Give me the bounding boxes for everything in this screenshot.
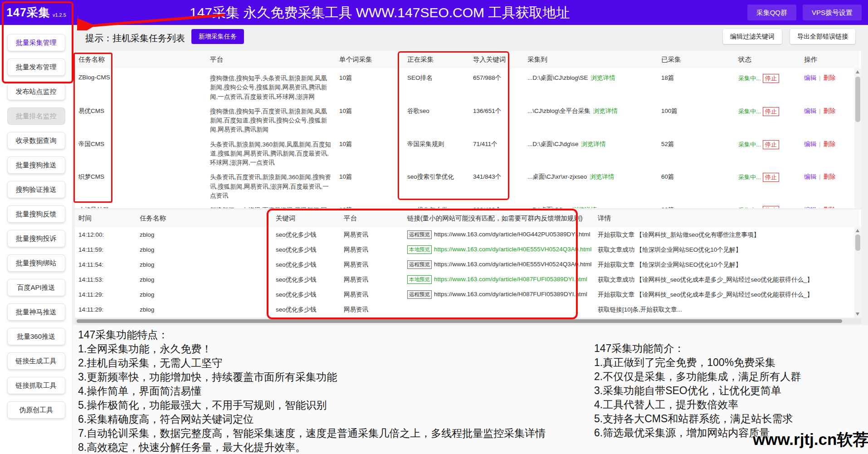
sidebar-item-publish-site-monitor[interactable]: 发布站点监控 — [7, 83, 65, 100]
sidebar-item-index-data-query[interactable]: 收录数据查询 — [7, 132, 65, 149]
log-detail: 开始获取文章 【诠网科技_新站做seo优化有哪些注意事项】 — [594, 227, 859, 242]
scroll-up-icon[interactable] — [856, 229, 859, 232]
table-row: ZBlog-CMS 搜狗微信,搜狗知乎,头条资讯,新浪新闻,凤凰新闻,搜狗公众号… — [75, 68, 859, 102]
edit-link[interactable]: 编辑 — [804, 206, 816, 208]
scrollbar-thumb[interactable] — [855, 234, 860, 251]
new-task-button[interactable]: 新增采集任务 — [191, 29, 244, 44]
collecting-keyword: SEO排名 — [404, 68, 469, 102]
feature-item: 2.挂机自动采集，无需人工坚守 — [78, 356, 546, 370]
feature-item: 1.全网采集功能，永久免费！ — [78, 342, 546, 356]
intro-item: 5.支持各大CMS和站群系统，满足站长需求 — [594, 412, 801, 426]
status-badge: 采集中... — [738, 75, 761, 82]
delete-link[interactable]: 删除 — [824, 141, 836, 147]
log-keyword: seo优化多少钱 — [272, 302, 340, 317]
view-details-link[interactable]: 浏览详情 — [591, 74, 615, 81]
stop-button[interactable]: 停止 — [763, 173, 779, 182]
keyword-progress: 71/411个 — [469, 135, 524, 168]
stop-button[interactable]: 停止 — [763, 74, 779, 83]
sidebar-item-link-grab-tool[interactable]: 链接抓取工具 — [7, 377, 65, 394]
remote-preview-button[interactable]: 远程预览 — [407, 260, 432, 269]
sidebar-item-batch-publish-manage[interactable]: 批量发布管理 — [7, 59, 65, 76]
sidebar: 批量采集管理 批量发布管理 发布站点监控 批量排名监控 收录数据查询 批量搜狗推… — [0, 25, 73, 454]
task-name: 小旋风站群 — [75, 200, 206, 208]
edit-link[interactable]: 编辑 — [804, 173, 816, 180]
sidebar-item-link-generate-tool[interactable]: 链接生成工具 — [7, 352, 65, 370]
sidebar-item-baidu-api-push[interactable]: 百度API推送 — [7, 279, 65, 296]
sidebar-item-batch-sogou-bind-site[interactable]: 批量搜狗绑站 — [7, 254, 65, 272]
scrollbar-thumb[interactable] — [855, 77, 860, 122]
status-badge: 采集中... — [738, 108, 761, 115]
tables-area: 任务名称 平台 单个词采集 正在采集 导入关键词 采集到 已采集 状态 操作 Z… — [75, 51, 861, 324]
per-word-count: 10篇 — [336, 135, 404, 168]
view-details-link[interactable]: 浏览详情 — [581, 141, 606, 147]
col-keyword: 关键词 — [272, 210, 340, 227]
col-platform: 平台 — [206, 51, 336, 68]
local-preview-button[interactable]: 本地预览 — [407, 245, 432, 254]
vps-dial-settings-button[interactable]: VPS拨号设置 — [803, 5, 862, 20]
scroll-up-icon[interactable] — [856, 70, 859, 73]
local-preview-button[interactable]: 本地预览 — [407, 275, 432, 284]
feature-item: 3.更新频率快，功能增加快，持续覆盖市面所有采集功能 — [78, 370, 546, 384]
article-url[interactable]: https://www.163.com/dy/article/H087FUFI0… — [434, 276, 587, 283]
sidebar-item-batch-sogou-feedback[interactable]: 批量搜狗反馈 — [7, 205, 65, 223]
horizontal-scrollbar-thumb[interactable] — [77, 319, 842, 323]
platform-list: 头条资讯,新浪新闻,360新闻,凤凰新闻,百度知道,搜狐新闻,网易资讯,腾讯新闻… — [210, 140, 332, 168]
log-table-scrollbar[interactable] — [854, 227, 861, 317]
feature-item: 6.采集精确度高，符合网站关键词定位 — [78, 412, 546, 426]
edit-link[interactable]: 编辑 — [804, 141, 816, 147]
edit-link[interactable]: 编辑 — [804, 74, 816, 81]
article-url[interactable]: https://www.163.com/dy/article/H0G442PU0… — [434, 231, 590, 238]
platform-list: 新浪新闻,一点资讯,百度最资讯,腾讯新闻,网易资讯,搜狗公众号,搜狗资讯,百度知… — [210, 206, 332, 208]
view-details-link[interactable]: 浏览详情 — [593, 107, 618, 114]
log-time: 14:11:29: — [75, 287, 136, 302]
edit-filter-keywords-button[interactable]: 编辑过滤关键词 — [723, 29, 782, 44]
feature-item: 4.操作简单，界面简洁易懂 — [78, 384, 546, 398]
remote-preview-button[interactable]: 远程预览 — [407, 290, 432, 299]
sidebar-item-batch-sogou-complaint[interactable]: 批量搜狗投诉 — [7, 230, 65, 247]
delete-link[interactable]: 删除 — [824, 107, 836, 114]
status-badge: 采集中... — [738, 174, 761, 181]
article-url[interactable]: https://www.163.com/dy/article/H0E555VH0… — [434, 246, 591, 253]
edit-link[interactable]: 编辑 — [804, 107, 816, 114]
per-word-count: 10篇 — [336, 102, 404, 135]
stop-button[interactable]: 停止 — [763, 107, 779, 116]
col-task-name: 任务名称 — [136, 210, 272, 227]
feature-item: 7.自动轮训采集，数据完整度高，智能采集速度，速度是普通采集几倍之上，多线程批量… — [78, 426, 546, 440]
per-word-count: 10篇 — [336, 68, 404, 102]
sidebar-item-sogou-verify-push[interactable]: 搜狗验证推送 — [7, 181, 65, 198]
keyword-progress: 283/439个 — [469, 200, 524, 208]
collected-count: 18篇 — [658, 68, 735, 102]
sidebar-item-batch-shenma-push[interactable]: 批量神马推送 — [7, 303, 65, 321]
log-detail: 获取链接[10]条,开始获取文章... — [594, 302, 859, 317]
stop-button[interactable]: 停止 — [763, 140, 779, 149]
delete-link[interactable]: 删除 — [824, 74, 836, 81]
collecting-keyword: seo搜索引擎优化 — [404, 167, 469, 200]
action-separator: | — [819, 173, 821, 180]
scroll-down-icon[interactable] — [856, 312, 859, 316]
sidebar-item-batch-collect-manage[interactable]: 批量采集管理 — [7, 34, 65, 51]
table-row: 小旋风站群 新浪新闻,一点资讯,百度最资讯,腾讯新闻,网易资讯,搜狗公众号,搜狗… — [75, 200, 859, 208]
article-url[interactable]: https://www.163.com/dy/article/H087FUFI0… — [434, 291, 587, 298]
sidebar-item-batch-sogou-push[interactable]: 批量搜狗推送 — [7, 156, 65, 174]
keyword-progress: 136/651个 — [469, 102, 524, 135]
sidebar-item-pseudo-original-tool[interactable]: 伪原创工具 — [7, 401, 65, 419]
article-url[interactable]: https://www.163.com/dy/article/H0E555VH0… — [434, 261, 591, 268]
sidebar-item-batch-360-push[interactable]: 批量360推送 — [7, 328, 65, 345]
log-keyword: seo优化多少钱 — [272, 257, 340, 272]
view-details-link[interactable]: 浏览详情 — [572, 206, 597, 208]
task-table-scrollbar[interactable] — [854, 68, 861, 208]
log-detail: 获取文章成功 【诠网科技_seo优化成本是多少_网站经过seo优化能获得什么_】 — [594, 272, 859, 287]
log-time: 14:11:53: — [75, 272, 136, 287]
remote-preview-button[interactable]: 远程预览 — [407, 230, 432, 239]
qq-group-button[interactable]: 采集QQ群 — [747, 5, 796, 20]
export-error-links-button[interactable]: 导出全部错误链接 — [790, 29, 855, 44]
save-path: ...D:\桌面\CJ\zblog\SE — [527, 74, 588, 81]
header-actions: 采集QQ群 VPS拨号设置 — [747, 5, 862, 20]
stop-button[interactable]: 停止 — [763, 206, 779, 208]
delete-link[interactable]: 删除 — [824, 206, 836, 208]
status-badge: 采集中... — [738, 141, 761, 148]
horizontal-scrollbar[interactable] — [75, 318, 861, 324]
view-details-link[interactable]: 浏览详情 — [590, 173, 614, 180]
app-version: v1.2.5 — [53, 12, 66, 18]
delete-link[interactable]: 删除 — [824, 173, 836, 180]
